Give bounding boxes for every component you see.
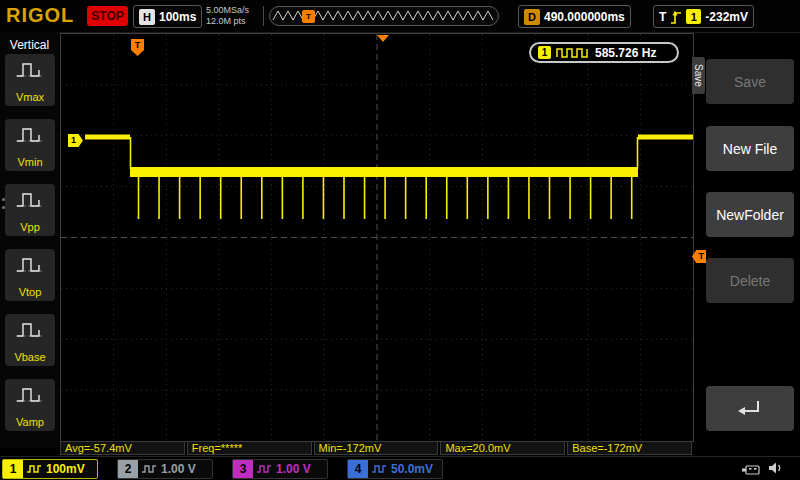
acquisition-info: 5.00MSa/s 12.0M pts bbox=[206, 5, 249, 27]
channel-4-status[interactable]: 4 50.0mV bbox=[347, 459, 443, 479]
channel-1-status[interactable]: 1 100mV bbox=[2, 459, 98, 479]
h-badge: H bbox=[139, 9, 155, 25]
trigger-settings-group: T 1 -232mV bbox=[653, 5, 754, 28]
vmax-icon bbox=[15, 59, 45, 81]
measure-base: Base=-172mV bbox=[567, 441, 692, 455]
run-state-badge: STOP bbox=[87, 6, 128, 26]
frequency-counter: 1 585.726 Hz bbox=[529, 42, 679, 63]
trigger-source-badge: 1 bbox=[686, 9, 701, 24]
channel-2-badge: 2 bbox=[118, 460, 138, 478]
delay-position-icon bbox=[377, 35, 389, 42]
brand-logo: RIGOL bbox=[6, 4, 74, 27]
menu-item-vamp[interactable]: Vamp bbox=[5, 379, 55, 431]
memory-depth: 12.0M pts bbox=[206, 16, 249, 27]
channel-2-status[interactable]: 2 1.00 V bbox=[117, 459, 213, 479]
channel-4-scale: 50.0mV bbox=[391, 462, 433, 476]
delay-value: 490.000000ms bbox=[544, 10, 625, 24]
channel-4-badge: 4 bbox=[348, 460, 368, 478]
measure-min: Min=-172mV bbox=[314, 441, 439, 455]
channel-1-scale: 100mV bbox=[46, 462, 85, 476]
measure-max: Max=20.0mV bbox=[440, 441, 565, 455]
delay-group: D 490.000000ms bbox=[518, 5, 631, 28]
new-folder-button[interactable]: NewFolder bbox=[706, 192, 794, 237]
t-label: T bbox=[659, 10, 666, 24]
freq-channel-badge: 1 bbox=[538, 46, 551, 59]
measure-freq: Freq=***** bbox=[187, 441, 312, 455]
speaker-icon bbox=[768, 461, 784, 479]
waveform-display bbox=[60, 33, 694, 442]
d-badge: D bbox=[524, 9, 540, 25]
menu-item-label: Vamp bbox=[16, 416, 44, 428]
trigger-level-marker[interactable]: T bbox=[692, 250, 706, 263]
delete-button[interactable]: Delete bbox=[706, 258, 794, 303]
page-indicator-dot bbox=[2, 206, 5, 209]
horizontal-settings-group: H 100ms bbox=[133, 5, 202, 28]
channel-1-badge: 1 bbox=[3, 460, 23, 478]
save-menu-tab: Save bbox=[692, 57, 705, 94]
vbase-icon bbox=[15, 319, 45, 341]
page-indicator-dot bbox=[2, 198, 5, 201]
menu-item-vmin[interactable]: Vmin bbox=[5, 119, 55, 171]
menu-item-vtop[interactable]: Vtop bbox=[5, 249, 55, 301]
channel-wave-icon bbox=[26, 464, 42, 474]
overview-trigger-marker: T bbox=[302, 10, 315, 23]
menu-item-label: Vpp bbox=[20, 221, 40, 233]
back-button[interactable] bbox=[706, 386, 794, 431]
menu-item-label: Vmax bbox=[16, 91, 44, 103]
channel-3-scale: 1.00 V bbox=[276, 462, 311, 476]
measure-avg: Avg=-57.4mV bbox=[60, 441, 185, 455]
usb-icon bbox=[742, 462, 760, 480]
save-button[interactable]: Save bbox=[706, 59, 794, 104]
channel-3-badge: 3 bbox=[233, 460, 253, 478]
top-status-bar: RIGOL STOP H 100ms 5.00MSa/s 12.0M pts T… bbox=[0, 0, 800, 33]
menu-item-vpp[interactable]: Vpp bbox=[5, 184, 55, 236]
waveform-plot bbox=[61, 34, 693, 441]
trigger-edge-icon bbox=[670, 9, 682, 25]
topbar-divider bbox=[263, 6, 264, 26]
channel-wave-icon bbox=[256, 464, 272, 474]
vtop-icon bbox=[15, 254, 45, 276]
channel-wave-icon bbox=[141, 464, 157, 474]
timebase-value: 100ms bbox=[159, 10, 196, 24]
frequency-value: 585.726 Hz bbox=[595, 46, 656, 60]
square-wave-icon bbox=[556, 47, 590, 59]
menu-item-vbase[interactable]: Vbase bbox=[5, 314, 55, 366]
vertical-measure-menu: Vertical Vmax Vmin Vpp bbox=[0, 32, 59, 448]
channel-wave-icon bbox=[371, 464, 387, 474]
measurement-bar: Avg=-57.4mV Freq=***** Min=-172mV Max=20… bbox=[60, 441, 692, 455]
vpp-icon bbox=[15, 189, 45, 211]
menu-title: Vertical bbox=[0, 38, 59, 52]
channel-3-status[interactable]: 3 1.00 V bbox=[232, 459, 328, 479]
return-arrow-icon bbox=[736, 397, 764, 421]
memory-position-bar: T bbox=[269, 6, 499, 26]
menu-item-label: Vbase bbox=[14, 351, 45, 363]
new-file-button[interactable]: New File bbox=[706, 126, 794, 171]
menu-item-vmax[interactable]: Vmax bbox=[5, 54, 55, 106]
trigger-level-value: -232mV bbox=[705, 10, 748, 24]
menu-item-label: Vmin bbox=[17, 156, 42, 168]
channel-status-bar: 1 100mV 2 1.00 V 3 1.00 V 4 50.0mV bbox=[0, 456, 800, 480]
menu-item-label: Vtop bbox=[19, 286, 42, 298]
channel-2-scale: 1.00 V bbox=[161, 462, 196, 476]
vmin-icon bbox=[15, 124, 45, 146]
sample-rate: 5.00MSa/s bbox=[206, 5, 249, 16]
vamp-icon bbox=[15, 384, 45, 406]
